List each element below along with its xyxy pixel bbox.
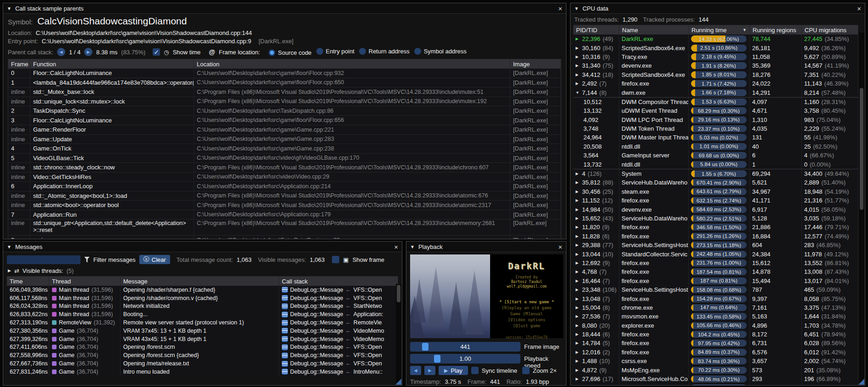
cpu-thread-row[interactable]: 13,732ntdll.dll5.84 us (0.00%)10(0.00%)	[573, 160, 858, 169]
message-frame-icon[interactable]	[282, 336, 288, 342]
expand-arrow-icon[interactable]: ▶	[576, 225, 580, 229]
cpu-thread-row[interactable]: 24,964DWM Master Input Threa5.03 ms (0.0…	[573, 133, 858, 142]
frame-location-radio[interactable]: Entry point	[316, 48, 354, 55]
collapse-arrow-icon[interactable]: ▼	[410, 244, 415, 249]
callstack-frame-row[interactable]: inlinestd::_Mutex_base::lockC:\Program F…	[8, 87, 561, 97]
message-frame-icon[interactable]	[282, 303, 288, 309]
message-frame-icon[interactable]	[282, 369, 288, 375]
column-header-pid-tid[interactable]: PID/TID	[573, 25, 619, 35]
close-icon[interactable]: ×	[558, 5, 562, 12]
cpu-process-row[interactable]: ▶12,692(9)firefox.exe231.76 ms (1.00%)15…	[573, 259, 858, 267]
expand-arrow-icon[interactable]: ▶	[576, 190, 580, 194]
expand-arrow-icon[interactable]: ▶	[576, 73, 580, 77]
message-row[interactable]: 627,313,190nsRemoteView(31,392)Remote vi…	[7, 318, 398, 327]
playback-speed-slider[interactable]: 1.00	[410, 354, 520, 364]
cpu-process-row[interactable]: ▶4(126)System1.55 s (6.70%)69,29434,400(…	[573, 169, 858, 178]
frame-location-radio[interactable]: Return address	[359, 48, 410, 55]
expand-arrow-icon[interactable]: ▶	[576, 198, 580, 202]
cpu-process-row[interactable]: ▶27,696(17)Microsoft.ServiceHub.Co48.06 …	[573, 375, 858, 383]
cpu-process-row[interactable]: ▶15,004(8)chrome.exe147 ms (0.64%)7,1613…	[573, 303, 858, 312]
next-stack-button[interactable]: ▶	[84, 48, 92, 56]
message-frame-icon[interactable]	[282, 344, 288, 350]
expand-arrow-icon[interactable]: ▶	[576, 323, 580, 328]
column-header-time[interactable]: Time	[7, 277, 49, 286]
scrollbar-thumb[interactable]	[860, 88, 863, 210]
expand-arrow-icon[interactable]: ▶	[576, 81, 580, 86]
cpu-process-row[interactable]: ▶8,080(20)explorer.exe105.66 ms (0.46%)4…	[573, 321, 858, 330]
message-frame-icon[interactable]	[282, 352, 288, 358]
column-header-callstack[interactable]: Call stack	[279, 277, 398, 286]
message-row[interactable]: 606,117,568nsMain thread(31,596)Opening …	[7, 294, 398, 302]
cpu-process-row[interactable]: ▶13,048(7)firefox.exe154.28 ms (0.67%)9,…	[573, 294, 858, 303]
cpu-process-row[interactable]: ▶31,340(75)devenv.exe1.91 s (8.26%)35,36…	[573, 61, 858, 70]
expand-arrow-icon[interactable]: ▶	[576, 288, 580, 292]
message-row[interactable]: 627,380,356nsGame(36,704)VRAM 37x45: 13 …	[7, 327, 398, 335]
cpu-process-row[interactable]: ▶11,828(6)firefox.exe291.26 ms (1.26%)16…	[573, 232, 858, 241]
expand-arrow-icon[interactable]: ▶	[576, 234, 580, 238]
cpu-process-row[interactable]: ▶16,464(7)firefox.exe187 ms (0.81%)15,49…	[573, 277, 858, 285]
expand-arrow-icon[interactable]: ▶	[576, 279, 580, 283]
cpu-process-row[interactable]: ▶13,044(10)StandardCollector.Servic242.4…	[573, 249, 858, 258]
column-header-thread[interactable]: Thread	[49, 277, 120, 286]
collapse-arrow-icon[interactable]: ▼	[574, 6, 579, 11]
column-header-cpu-migrations[interactable]: CPU migrations	[802, 25, 858, 35]
cpu-process-row[interactable]: ▶30,456(25)steam.exe643.61 ms (2.79%)34,…	[573, 187, 858, 196]
play-button[interactable]: ▶ Play	[439, 366, 468, 375]
close-icon[interactable]: ×	[857, 5, 861, 12]
cpu-process-row[interactable]: ▶22,396(49)DarkRL.exe14.33 s (62.06%)78,…	[573, 35, 858, 43]
message-frame-icon[interactable]	[282, 361, 288, 367]
expand-arrow-icon[interactable]: ▶	[576, 350, 580, 354]
collapse-arrow-icon[interactable]: ▼	[576, 91, 580, 95]
expand-arrow-icon[interactable]: ▶	[576, 64, 580, 68]
resize-grip[interactable]	[395, 379, 401, 385]
step-back-button[interactable]: ◀	[410, 366, 421, 375]
expand-arrow-icon[interactable]: ▶	[576, 46, 580, 50]
callstack-frame-row[interactable]: 2TaskDispatch::SyncC:\Users\wolf\Desktop…	[8, 106, 561, 116]
column-header-message[interactable]: Message	[120, 277, 279, 286]
callstack-frame-row[interactable]: 6Application::InnerLoopC:\Users\wolf\Des…	[8, 182, 561, 191]
column-header-running-time[interactable]: Running time ▼	[689, 25, 750, 35]
message-frame-icon[interactable]	[282, 312, 288, 318]
cpu-process-row[interactable]: ▶27,536(7)msvsmon.exe133.45 ms (0.58%)5,…	[573, 312, 858, 321]
frame-image-slider[interactable]: 441	[410, 342, 520, 352]
expand-arrow-icon[interactable]: ▶	[576, 243, 580, 247]
column-header-name[interactable]: Name	[619, 25, 689, 35]
column-header-location[interactable]: Location	[194, 59, 510, 69]
cpu-process-row[interactable]: ▶23,348(106)ServiceHub.SettingsHost158.0…	[573, 285, 858, 294]
expand-arrow-icon[interactable]: ▶	[576, 252, 580, 256]
prev-stack-button[interactable]: ◀	[57, 48, 65, 56]
message-frame-icon[interactable]	[282, 328, 288, 334]
show-frame-checkbox[interactable]	[332, 256, 339, 263]
callstack-frame-row[interactable]: 7Application::RunC:\Users\wolf\Desktop\d…	[8, 210, 561, 220]
callstack-frame-row[interactable]: inlineGame::UpdateC:\Users\wolf\Desktop\…	[8, 135, 561, 144]
expand-arrow-icon[interactable]: ▶	[576, 37, 580, 41]
cpu-process-row[interactable]: ▶14,984(50)devenv.exe584.69 ms (2.53%)6,…	[573, 205, 858, 214]
zoom-2x-checkbox[interactable]	[522, 367, 530, 374]
cpu-process-row[interactable]: ▶2,492(7)firefox.exe1.71 s (7.42%)24,022…	[573, 79, 858, 88]
cpu-process-row[interactable]: ▶14,784(5)firefox.exe97.95 ms (0.42%)6,7…	[573, 339, 858, 347]
cpu-process-row[interactable]: ▶12,016(2)firefox.exe84.89 ms (0.37%)6,5…	[573, 348, 858, 357]
cpu-process-row[interactable]: ▶18,444(6)firefox.exe104.2 ms (0.45%)8,1…	[573, 330, 858, 339]
cpu-thread-row[interactable]: 3,748DWM Token Thread23.37 ms (0.10%)4,0…	[573, 124, 858, 133]
expand-arrow-icon[interactable]: ▶	[576, 377, 580, 381]
cpu-process-row[interactable]: ▶1,488(10)csrss.exe83.74 ms (0.36%)3,657…	[573, 357, 858, 365]
message-frame-icon[interactable]	[282, 320, 288, 326]
cpu-process-row[interactable]: ▶10,316(9)Tracy.exe2.18 s (9.45%)11,0585…	[573, 52, 858, 61]
expand-arrow-icon[interactable]: ▶	[576, 270, 580, 274]
cpu-process-row[interactable]: ▶4,872(9)MsMpEng.exe70.22 ms (0.30%)5732…	[573, 365, 858, 374]
message-frame-icon[interactable]	[282, 295, 288, 301]
callstack-frame-row[interactable]: 0Floor::CalcLightNoLuminanceC:\Users\wol…	[8, 69, 561, 78]
cpu-process-row[interactable]	[573, 383, 858, 386]
frame-location-radio[interactable]: Symbol address	[414, 48, 467, 55]
expand-arrow-icon[interactable]: ▶	[576, 306, 580, 310]
message-row[interactable]: 627,411,606nsGame(36,704)Opening /forest…	[7, 343, 398, 352]
callstack-frame-row[interactable]: 1<lambda_84a19dc444fae966ca174e83e708bdc…	[8, 78, 561, 88]
callstack-frame-row[interactable]: inlineGame::RenderFloorC:\Users\wolf\Des…	[8, 125, 561, 135]
close-icon[interactable]: ×	[394, 243, 398, 251]
callstack-frame-row[interactable]: inlinestd::unique_lock<std::mutex>::lock…	[8, 97, 561, 107]
frame-location-radio[interactable]: Source code	[268, 49, 312, 56]
callstack-frame-row[interactable]: inlineVideo::GetTicksHiResC:\Users\wolf\…	[8, 173, 561, 182]
show-time-checkbox[interactable]: ✓	[153, 48, 160, 56]
resize-grip[interactable]	[858, 379, 864, 385]
callstack-frame-row[interactable]: inlinestd::_Atomic_storage<bool,1>::load…	[8, 191, 561, 201]
